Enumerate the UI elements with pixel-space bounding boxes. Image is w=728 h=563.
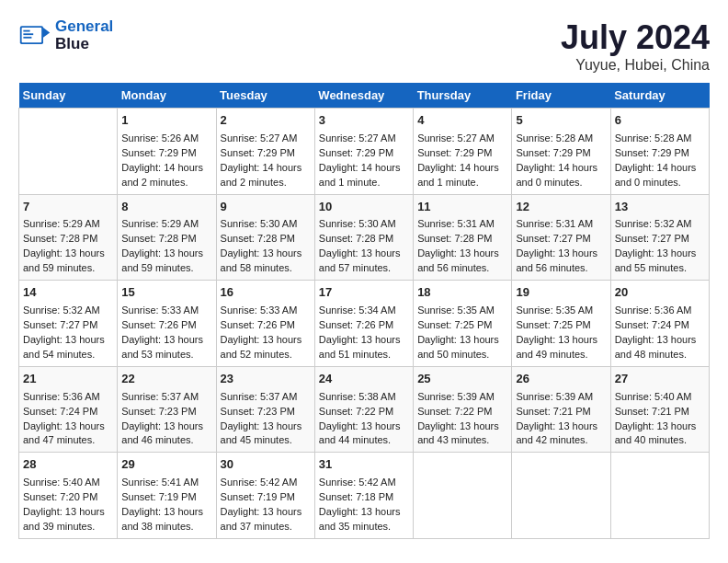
cell-text: Daylight: 13 hours <box>319 247 409 261</box>
cell-text: Sunrise: 5:34 AM <box>319 304 409 318</box>
day-number: 14 <box>23 284 113 302</box>
calendar-week-4: 21Sunrise: 5:36 AMSunset: 7:24 PMDayligh… <box>19 366 710 453</box>
calendar-cell <box>512 453 610 539</box>
day-number: 4 <box>417 112 507 130</box>
calendar-cell: 31Sunrise: 5:42 AMSunset: 7:18 PMDayligh… <box>314 453 413 539</box>
day-number: 8 <box>121 199 211 216</box>
cell-text: and 37 minutes. <box>221 520 311 534</box>
day-number: 21 <box>23 371 113 388</box>
cell-text: Daylight: 13 hours <box>23 419 113 434</box>
cell-text: Sunrise: 5:37 AM <box>121 390 211 405</box>
cell-text: Sunrise: 5:38 AM <box>319 390 409 405</box>
cell-text: Sunset: 7:19 PM <box>121 490 211 505</box>
cell-text: Sunset: 7:20 PM <box>23 490 113 505</box>
cell-text: Daylight: 13 hours <box>221 333 311 348</box>
cell-text: Sunrise: 5:40 AM <box>615 390 705 405</box>
calendar-cell: 15Sunrise: 5:33 AMSunset: 7:26 PMDayligh… <box>118 281 216 367</box>
cell-text: Sunrise: 5:33 AM <box>221 304 311 318</box>
cell-text: Sunrise: 5:37 AM <box>221 390 311 405</box>
month-title: July 2024 <box>561 18 710 57</box>
cell-text: Daylight: 13 hours <box>23 247 113 261</box>
cell-text: and 51 minutes. <box>319 348 409 362</box>
day-number: 7 <box>23 199 113 216</box>
svg-rect-5 <box>23 37 31 39</box>
cell-text: Sunrise: 5:39 AM <box>516 390 606 405</box>
calendar-cell: 29Sunrise: 5:41 AMSunset: 7:19 PMDayligh… <box>118 453 216 539</box>
cell-text: and 1 minute. <box>417 176 507 190</box>
location: Yuyue, Hubei, China <box>561 57 710 74</box>
cell-text: Sunrise: 5:27 AM <box>417 132 507 146</box>
cell-text: Sunrise: 5:36 AM <box>615 304 705 318</box>
cell-text: Sunset: 7:22 PM <box>319 405 409 419</box>
day-number: 24 <box>319 371 409 388</box>
cell-text: Sunset: 7:27 PM <box>615 232 705 247</box>
cell-text: Daylight: 14 hours <box>615 161 705 176</box>
day-number: 10 <box>319 199 409 216</box>
cell-text: Sunset: 7:28 PM <box>121 232 211 247</box>
cell-text: Daylight: 14 hours <box>221 161 311 176</box>
cell-text: Sunset: 7:26 PM <box>319 318 409 333</box>
calendar-cell: 12Sunrise: 5:31 AMSunset: 7:27 PMDayligh… <box>512 194 610 281</box>
cell-text: Sunset: 7:25 PM <box>516 318 606 333</box>
calendar-cell: 13Sunrise: 5:32 AMSunset: 7:27 PMDayligh… <box>610 194 709 281</box>
day-number: 11 <box>417 199 507 216</box>
calendar-cell: 21Sunrise: 5:36 AMSunset: 7:24 PMDayligh… <box>19 366 118 453</box>
cell-text: Sunrise: 5:42 AM <box>319 476 409 490</box>
cell-text: Daylight: 13 hours <box>121 247 211 261</box>
cell-text: and 43 minutes. <box>417 433 507 448</box>
logo: General Blue <box>18 18 113 52</box>
calendar-cell <box>414 453 512 539</box>
day-number: 1 <box>121 112 211 130</box>
calendar-cell: 1Sunrise: 5:26 AMSunset: 7:29 PMDaylight… <box>118 109 216 195</box>
calendar-cell: 4Sunrise: 5:27 AMSunset: 7:29 PMDaylight… <box>414 109 512 195</box>
cell-text: and 58 minutes. <box>221 261 311 276</box>
calendar-cell: 22Sunrise: 5:37 AMSunset: 7:23 PMDayligh… <box>118 366 216 453</box>
calendar-cell: 19Sunrise: 5:35 AMSunset: 7:25 PMDayligh… <box>512 281 610 367</box>
cell-text: Sunset: 7:29 PM <box>121 146 211 161</box>
cell-text: Daylight: 13 hours <box>23 333 113 348</box>
cell-text: and 2 minutes. <box>121 176 211 190</box>
day-number: 26 <box>516 371 606 388</box>
cell-text: and 44 minutes. <box>319 433 409 448</box>
cell-text: Sunrise: 5:31 AM <box>516 217 606 232</box>
cell-text: Sunset: 7:29 PM <box>319 146 409 161</box>
day-header-tuesday: Tuesday <box>216 83 314 109</box>
cell-text: Daylight: 13 hours <box>319 505 409 520</box>
cell-text: Sunset: 7:24 PM <box>23 405 113 419</box>
day-number: 22 <box>121 371 211 388</box>
cell-text: Sunset: 7:24 PM <box>615 318 705 333</box>
cell-text: Sunrise: 5:29 AM <box>121 217 211 232</box>
svg-rect-3 <box>23 29 29 31</box>
day-number: 6 <box>615 112 705 130</box>
cell-text: Sunset: 7:29 PM <box>516 146 606 161</box>
day-header-friday: Friday <box>512 83 610 109</box>
cell-text: Sunset: 7:28 PM <box>319 232 409 247</box>
day-number: 20 <box>615 284 705 302</box>
cell-text: Sunrise: 5:33 AM <box>121 304 211 318</box>
day-number: 23 <box>221 371 311 388</box>
calendar-cell: 25Sunrise: 5:39 AMSunset: 7:22 PMDayligh… <box>414 366 512 453</box>
calendar-cell: 30Sunrise: 5:42 AMSunset: 7:19 PMDayligh… <box>216 453 314 539</box>
calendar-week-2: 7Sunrise: 5:29 AMSunset: 7:28 PMDaylight… <box>19 194 710 281</box>
calendar-cell: 28Sunrise: 5:40 AMSunset: 7:20 PMDayligh… <box>19 453 118 539</box>
calendar-cell: 14Sunrise: 5:32 AMSunset: 7:27 PMDayligh… <box>19 281 118 367</box>
day-number: 17 <box>319 284 409 302</box>
cell-text: Sunrise: 5:29 AM <box>23 217 113 232</box>
calendar-cell: 9Sunrise: 5:30 AMSunset: 7:28 PMDaylight… <box>216 194 314 281</box>
calendar-cell: 5Sunrise: 5:28 AMSunset: 7:29 PMDaylight… <box>512 109 610 195</box>
cell-text: Sunset: 7:29 PM <box>221 146 311 161</box>
day-number: 9 <box>221 199 311 216</box>
calendar-cell: 3Sunrise: 5:27 AMSunset: 7:29 PMDaylight… <box>314 109 413 195</box>
cell-text: Daylight: 13 hours <box>516 333 606 348</box>
day-header-monday: Monday <box>118 83 216 109</box>
cell-text: Sunset: 7:28 PM <box>221 232 311 247</box>
day-number: 19 <box>516 284 606 302</box>
cell-text: Sunrise: 5:27 AM <box>319 132 409 146</box>
calendar-header-row: SundayMondayTuesdayWednesdayThursdayFrid… <box>19 83 710 109</box>
calendar-cell <box>19 109 118 195</box>
calendar-cell: 20Sunrise: 5:36 AMSunset: 7:24 PMDayligh… <box>610 281 709 367</box>
cell-text: Sunrise: 5:32 AM <box>615 217 705 232</box>
calendar-cell: 6Sunrise: 5:28 AMSunset: 7:29 PMDaylight… <box>610 109 709 195</box>
cell-text: Sunrise: 5:32 AM <box>23 304 113 318</box>
cell-text: Daylight: 13 hours <box>121 333 211 348</box>
